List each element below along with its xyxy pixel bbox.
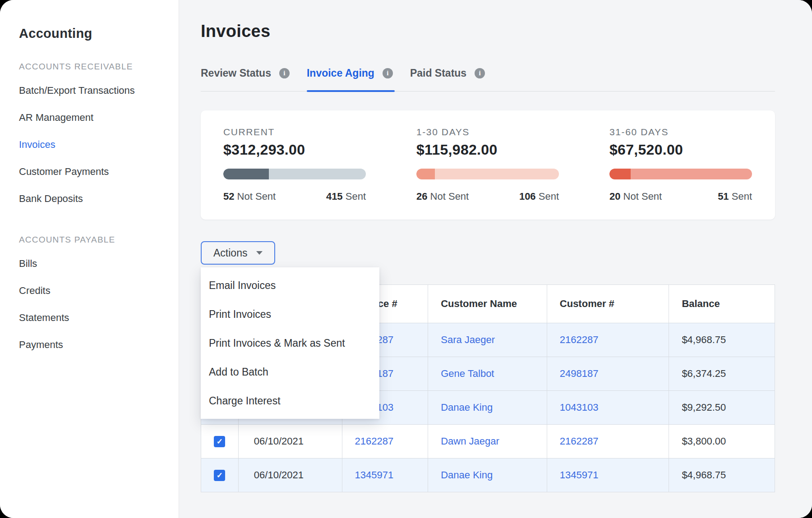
sent-progress-bar [609, 169, 752, 179]
customer-name-link[interactable]: Danae King [441, 402, 493, 413]
sidebar-item-ar-management[interactable]: AR Management [19, 104, 165, 131]
actions-button[interactable]: Actions [201, 241, 275, 265]
customer-name-link[interactable]: Dawn Jaegar [441, 435, 499, 447]
balance-cell: $4,968.75 [669, 458, 775, 492]
bucket-counts: 26 Not Sent 106 Sent [416, 191, 559, 202]
tab-paid-status[interactable]: Paid Status i [410, 67, 487, 91]
sent-label: Sent [732, 191, 752, 202]
not-sent-count: 52 [223, 191, 234, 202]
progress-bar-fill [223, 169, 269, 179]
bucket-label: 31-60 DAYS [609, 127, 752, 138]
accounts-receivable-section: ACCOUNTS RECEIVABLE Batch/Export Transac… [19, 62, 165, 212]
customer-number-link[interactable]: 2162287 [560, 334, 599, 346]
menu-item-email-invoices[interactable]: Email Invoices [201, 271, 379, 300]
customer-number-link[interactable]: 1345971 [560, 469, 599, 481]
header-customer-number: Customer # [547, 285, 669, 323]
not-sent-label: Not Sent [237, 191, 276, 202]
table-row: 06/10/2021 2162287 Dawn Jaegar 2162287 $… [201, 424, 775, 458]
sidebar-item-batch-export-transactions[interactable]: Batch/Export Transactions [19, 77, 165, 104]
balance-cell: $9,292.50 [669, 391, 775, 424]
bucket-amount: $67,520.00 [609, 142, 752, 158]
aging-summary-card: CURRENT $312,293.00 52 Not Sent 415 Sent… [201, 110, 775, 220]
not-sent-label: Not Sent [430, 191, 469, 202]
sidebar-item-payments[interactable]: Payments [19, 331, 165, 358]
info-icon[interactable]: i [383, 68, 393, 78]
info-icon[interactable]: i [279, 68, 290, 78]
invoice-number-link[interactable]: 1345971 [355, 469, 394, 481]
date-cell: 06/10/2021 [239, 425, 342, 458]
bucket-label: 1-30 DAYS [416, 127, 559, 138]
sent-progress-bar [223, 169, 366, 179]
sidebar-item-statements[interactable]: Statements [19, 304, 165, 331]
balance-cell: $6,374.25 [669, 357, 775, 390]
customer-number-link[interactable]: 2162287 [560, 435, 599, 447]
sidebar-item-invoices[interactable]: Invoices [19, 131, 165, 158]
tab-invoice-aging-label: Invoice Aging [307, 67, 374, 79]
table-row: 06/10/2021 1345971 Danae King 1345971 $4… [201, 458, 775, 492]
sidebar-item-customer-payments[interactable]: Customer Payments [19, 158, 165, 185]
customer-number-link[interactable]: 2498187 [560, 368, 599, 380]
header-customer-name: Customer Name [428, 285, 547, 323]
sidebar-item-credits[interactable]: Credits [19, 277, 165, 304]
row-checkbox[interactable] [214, 470, 225, 481]
row-checkbox[interactable] [214, 436, 225, 447]
sent-label: Sent [346, 191, 366, 202]
not-sent-count: 26 [416, 191, 427, 202]
sidebar-item-bank-deposits[interactable]: Bank Deposits [19, 185, 165, 212]
bucket-amount: $115,982.00 [416, 142, 559, 158]
not-sent-label: Not Sent [623, 191, 662, 202]
sent-progress-bar [416, 169, 559, 179]
invoice-number-link[interactable]: 2162287 [355, 435, 394, 447]
actions-button-label: Actions [213, 247, 247, 259]
sent-count: 106 [519, 191, 536, 202]
bucket-counts: 20 Not Sent 51 Sent [609, 191, 752, 202]
bucket-counts: 52 Not Sent 415 Sent [223, 191, 366, 202]
sent-label: Sent [539, 191, 559, 202]
customer-name-link[interactable]: Sara Jaeger [441, 334, 495, 346]
progress-bar-fill [609, 169, 631, 179]
customer-number-link[interactable]: 1043103 [560, 402, 599, 413]
tab-review-status[interactable]: Review Status i [201, 67, 291, 91]
sidebar: Accounting ACCOUNTS RECEIVABLE Batch/Exp… [0, 0, 179, 518]
accounts-payable-label: ACCOUNTS PAYABLE [19, 235, 165, 245]
customer-name-link[interactable]: Danae King [441, 469, 493, 481]
sidebar-item-bills[interactable]: Bills [19, 250, 165, 277]
bucket-label: CURRENT [223, 127, 366, 138]
row-checkbox-cell [201, 458, 239, 492]
menu-item-print-invoices[interactable]: Print Invoices [201, 300, 379, 329]
tab-review-status-label: Review Status [201, 67, 271, 79]
page-title: Invoices [201, 22, 775, 41]
aging-bucket-current: CURRENT $312,293.00 52 Not Sent 415 Sent [223, 127, 366, 202]
accounts-receivable-label: ACCOUNTS RECEIVABLE [19, 62, 165, 72]
main-content: Invoices Review Status i Invoice Aging i… [179, 0, 812, 518]
aging-bucket-31-60: 31-60 DAYS $67,520.00 20 Not Sent 51 Sen… [609, 127, 752, 202]
tab-invoice-aging[interactable]: Invoice Aging i [307, 67, 395, 91]
sidebar-title: Accounting [19, 26, 165, 41]
menu-item-add-to-batch[interactable]: Add to Batch [201, 358, 379, 386]
row-checkbox-cell [201, 425, 239, 458]
menu-item-charge-interest[interactable]: Charge Interest [201, 386, 379, 415]
progress-bar-fill [416, 169, 435, 179]
bucket-amount: $312,293.00 [223, 142, 366, 158]
app-window: Accounting ACCOUNTS RECEIVABLE Batch/Exp… [0, 0, 812, 518]
balance-cell: $3,800.00 [669, 425, 775, 458]
sent-count: 415 [326, 191, 343, 202]
sent-count: 51 [718, 191, 729, 202]
accounts-payable-section: ACCOUNTS PAYABLE Bills Credits Statement… [19, 235, 165, 358]
menu-item-print-invoices-mark-sent[interactable]: Print Invoices & Mark as Sent [201, 329, 379, 358]
actions-dropdown-menu: Email Invoices Print Invoices Print Invo… [201, 267, 379, 419]
balance-cell: $4,968.75 [669, 323, 775, 357]
info-icon[interactable]: i [475, 68, 485, 78]
customer-name-link[interactable]: Gene Talbot [441, 368, 494, 380]
aging-bucket-1-30: 1-30 DAYS $115,982.00 26 Not Sent 106 Se… [416, 127, 559, 202]
tab-paid-status-label: Paid Status [410, 67, 466, 79]
date-cell: 06/10/2021 [239, 458, 342, 492]
actions-menu-area: Actions Email Invoices Print Invoices Pr… [201, 241, 775, 265]
not-sent-count: 20 [609, 191, 620, 202]
chevron-down-icon [256, 251, 263, 255]
tab-bar: Review Status i Invoice Aging i Paid Sta… [201, 67, 775, 92]
header-balance: Balance [669, 285, 775, 323]
